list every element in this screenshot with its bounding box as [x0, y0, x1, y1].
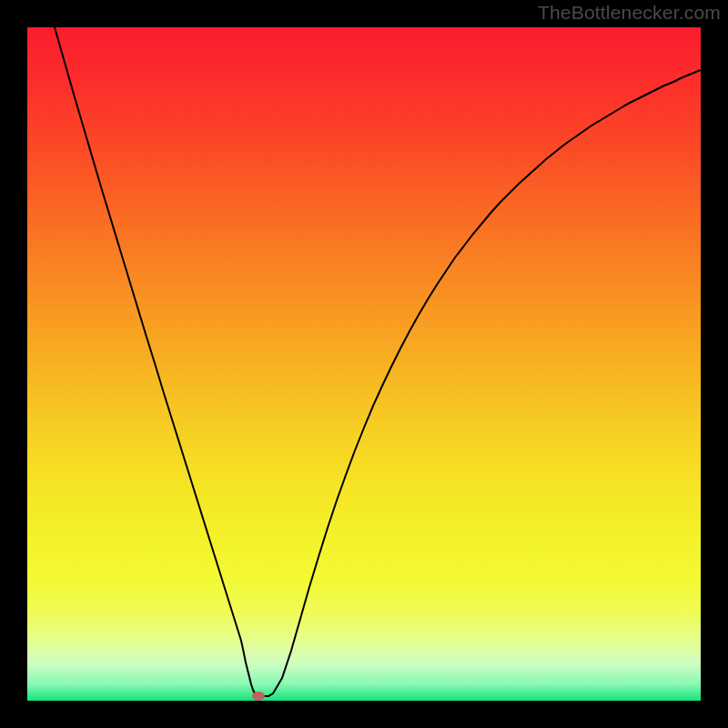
gradient-background — [27, 27, 701, 701]
plot-area — [27, 27, 701, 701]
chart-svg — [27, 27, 701, 701]
watermark-text: TheBottlenecker.com — [538, 2, 721, 24]
chart-frame: TheBottlenecker.com — [0, 0, 728, 728]
minimum-marker — [252, 692, 265, 701]
